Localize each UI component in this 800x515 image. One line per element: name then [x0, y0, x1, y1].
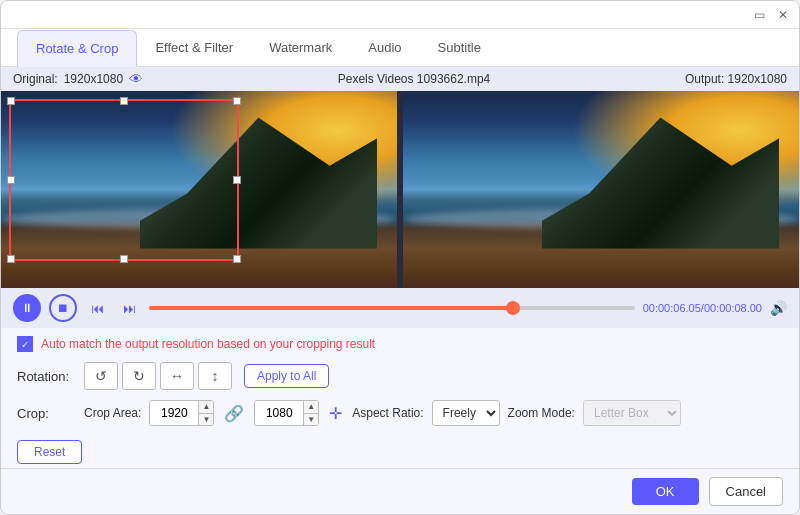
crop-width-input-group: ▲ ▼	[149, 400, 214, 426]
original-res: 1920x1080	[64, 72, 123, 86]
tab-rotate-crop[interactable]: Rotate & Crop	[17, 30, 137, 67]
rotation-row: Rotation: ↺ ↻ ↔ ↕ Apply to All	[17, 362, 783, 390]
crop-overlay[interactable]	[9, 99, 239, 261]
aspect-ratio-select[interactable]: Freely 16:9 4:3 1:1 9:16	[432, 400, 500, 426]
current-time: 00:00:06.05	[643, 302, 701, 314]
progress-fill	[149, 306, 513, 310]
rotation-label: Rotation:	[17, 369, 72, 384]
tab-watermark[interactable]: Watermark	[251, 29, 350, 66]
stop-button[interactable]: ⏹	[49, 294, 77, 322]
rotation-buttons: ↺ ↻ ↔ ↕ Apply to All	[84, 362, 329, 390]
crop-height-input[interactable]	[255, 401, 303, 425]
prev-button[interactable]: ⏮	[85, 296, 109, 320]
crop-handle-bottomleft[interactable]	[7, 255, 15, 263]
crop-width-spinners: ▲ ▼	[198, 401, 213, 425]
video-panel-preview	[403, 91, 799, 288]
crop-handle-middleright[interactable]	[233, 176, 241, 184]
crop-height-up[interactable]: ▲	[304, 401, 318, 414]
auto-match-checkbox[interactable]: ✓	[17, 336, 33, 352]
tab-effect-filter[interactable]: Effect & Filter	[137, 29, 251, 66]
crop-height-spinners: ▲ ▼	[303, 401, 318, 425]
progress-bar[interactable]	[149, 306, 635, 310]
crop-label: Crop:	[17, 406, 72, 421]
zoom-mode-select[interactable]: Letter Box Pan & Scan Full	[583, 400, 681, 426]
tab-subtitle[interactable]: Subtitle	[420, 29, 499, 66]
crop-handle-topleft[interactable]	[7, 97, 15, 105]
crop-controls: Crop Area: ▲ ▼ 🔗 ▲ ▼ ✛ As	[84, 400, 681, 426]
tab-audio[interactable]: Audio	[350, 29, 419, 66]
auto-match-row: ✓ Auto match the output resolution based…	[17, 336, 783, 352]
close-button[interactable]: ✕	[775, 7, 791, 23]
cancel-button[interactable]: Cancel	[709, 477, 783, 506]
next-button[interactable]: ⏭	[117, 296, 141, 320]
ok-button[interactable]: OK	[632, 478, 699, 505]
crop-center-button[interactable]: ✛	[327, 402, 344, 425]
volume-icon[interactable]: 🔊	[770, 300, 787, 316]
info-bar: Original: 1920x1080 👁 Pexels Videos 1093…	[1, 67, 799, 91]
minimize-button[interactable]: ▭	[751, 7, 767, 23]
main-content: Original: 1920x1080 👁 Pexels Videos 1093…	[1, 67, 799, 468]
total-time: 00:00:08.00	[704, 302, 762, 314]
rotate-ccw-button[interactable]: ↺	[84, 362, 118, 390]
aspect-link-button[interactable]: 🔗	[222, 402, 246, 425]
output-info: Output: 1920x1080	[685, 72, 787, 86]
tab-bar: Rotate & Crop Effect & Filter Watermark …	[1, 29, 799, 67]
crop-width-up[interactable]: ▲	[199, 401, 213, 414]
visibility-icon[interactable]: 👁	[129, 71, 143, 87]
apply-to-all-button[interactable]: Apply to All	[244, 364, 329, 388]
controls-section: ✓ Auto match the output resolution based…	[1, 328, 799, 468]
rotate-cw-button[interactable]: ↻	[122, 362, 156, 390]
crop-row: Crop: Crop Area: ▲ ▼ 🔗 ▲ ▼	[17, 400, 783, 426]
reset-button[interactable]: Reset	[17, 440, 82, 464]
crop-height-down[interactable]: ▼	[304, 414, 318, 426]
original-info: Original: 1920x1080 👁	[13, 71, 143, 87]
crop-handle-topright[interactable]	[233, 97, 241, 105]
title-bar: ▭ ✕	[1, 1, 799, 29]
crop-handle-topcenter[interactable]	[120, 97, 128, 105]
crop-handle-bottomright[interactable]	[233, 255, 241, 263]
time-display: 00:00:06.05/00:00:08.00	[643, 302, 762, 314]
progress-thumb	[506, 301, 520, 315]
crop-width-input[interactable]	[150, 401, 198, 425]
zoom-mode-label: Zoom Mode:	[508, 406, 575, 420]
auto-match-label: Auto match the output resolution based o…	[41, 337, 375, 351]
crop-width-down[interactable]: ▼	[199, 414, 213, 426]
pause-button[interactable]: ⏸	[13, 294, 41, 322]
video-panels	[1, 91, 799, 288]
flip-horizontal-button[interactable]: ↔	[160, 362, 194, 390]
output-label: Output:	[685, 72, 724, 86]
crop-handle-middleleft[interactable]	[7, 176, 15, 184]
crop-height-input-group: ▲ ▼	[254, 400, 319, 426]
crop-handle-bottomcenter[interactable]	[120, 255, 128, 263]
output-res: 1920x1080	[728, 72, 787, 86]
filename: Pexels Videos 1093662.mp4	[338, 72, 491, 86]
flip-vertical-button[interactable]: ↕	[198, 362, 232, 390]
aspect-ratio-label: Aspect Ratio:	[352, 406, 423, 420]
video-panel-original	[1, 91, 397, 288]
video-thumbnail-preview	[403, 91, 799, 288]
playback-bar: ⏸ ⏹ ⏮ ⏭ 00:00:06.05/00:00:08.00 🔊	[1, 288, 799, 328]
bottom-bar: OK Cancel	[1, 468, 799, 514]
crop-area-label: Crop Area:	[84, 406, 141, 420]
original-label: Original:	[13, 72, 58, 86]
